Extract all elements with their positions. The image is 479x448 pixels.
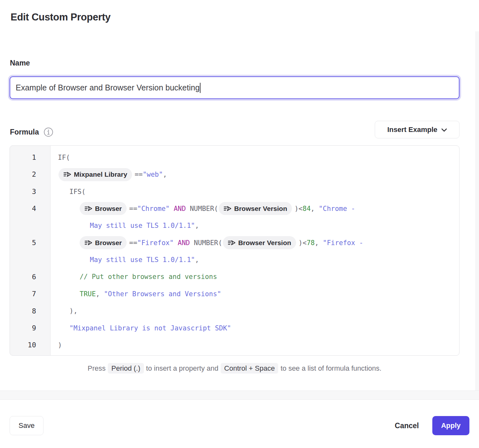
- code-token: ,: [315, 239, 323, 247]
- code-token: ),: [69, 307, 77, 315]
- event-property-icon: [84, 205, 92, 212]
- code-line: Mixpanel Library=="web",: [50, 166, 459, 183]
- code-line: // Put other browsers and versions: [50, 268, 459, 285]
- code-line: IFS(: [50, 183, 459, 200]
- property-chip-label: Browser Version: [238, 239, 291, 247]
- event-property-icon: [224, 205, 231, 212]
- scroll-gutter[interactable]: [475, 31, 479, 390]
- event-property-icon: [228, 240, 235, 246]
- hint-text: to see a list of formula functions.: [280, 364, 381, 372]
- code-token: ==: [129, 205, 137, 212]
- code-line: IF(: [50, 149, 459, 166]
- code-line: May still use TLS 1.0/1.1",: [50, 217, 459, 234]
- code-token: )<: [299, 239, 307, 247]
- line-number: 8: [10, 303, 50, 320]
- save-button[interactable]: Save: [10, 416, 43, 435]
- formula-editor-lines: 1IF(2Mixpanel Library=="web",3IFS(4Brows…: [10, 149, 459, 354]
- info-icon[interactable]: [43, 127, 53, 137]
- code-line-row: 4Browser=="Chrome" AND NUMBER(Browser Ve…: [10, 200, 459, 234]
- property-chip[interactable]: Browser Version: [219, 202, 292, 215]
- code-token: [174, 239, 178, 247]
- code-token: 78: [307, 239, 315, 247]
- footer-actions: Cancel Apply: [395, 416, 469, 435]
- code-token: ,: [311, 205, 319, 212]
- code-token: "Other Browsers and Versions": [104, 290, 221, 298]
- line-number: 5: [10, 234, 50, 251]
- code-line: Browser=="Chrome" AND NUMBER(Browser Ver…: [50, 200, 459, 217]
- event-property-icon: [63, 171, 71, 178]
- code-line: May still use TLS 1.0/1.1",: [50, 251, 459, 268]
- name-label: Name: [10, 59, 30, 67]
- editor-hint: PressPeriod (.)to insert a property andC…: [10, 364, 459, 373]
- name-input[interactable]: Example of Browser and Browser Version b…: [10, 76, 459, 99]
- formula-editor[interactable]: 1IF(2Mixpanel Library=="web",3IFS(4Brows…: [10, 145, 459, 356]
- line-number: 10: [10, 336, 50, 353]
- kbd-period: Period (.): [108, 363, 144, 374]
- code-token: ,: [195, 256, 199, 264]
- event-property-icon: [84, 240, 92, 246]
- edit-custom-property-dialog: Edit Custom Property Name Example of Bro…: [0, 0, 479, 448]
- formula-label: Formula: [10, 128, 39, 136]
- line-number: 2: [10, 166, 50, 183]
- property-chip-label: Mixpanel Library: [74, 171, 127, 178]
- code-token: "Chrome -: [319, 205, 355, 212]
- code-token: "Firefox -: [323, 239, 363, 247]
- formula-label-row: Formula: [10, 127, 53, 137]
- hint-text: Press: [88, 364, 106, 372]
- code-token: ==: [129, 239, 137, 247]
- code-line-row: 10): [10, 336, 459, 353]
- code-line-row: 9"Mixpanel Library is not Javascript SDK…: [10, 320, 459, 336]
- code-token: ,: [195, 222, 199, 229]
- cancel-button[interactable]: Cancel: [395, 421, 419, 430]
- code-token: 84: [302, 205, 310, 212]
- code-token: )<: [294, 205, 302, 212]
- property-chip[interactable]: Browser: [80, 236, 127, 249]
- kbd-control-space: Control + Space: [221, 363, 278, 374]
- property-chip-label: Browser: [95, 205, 122, 212]
- line-number: 3: [10, 183, 50, 200]
- code-line: ),: [50, 303, 459, 320]
- property-chip[interactable]: Browser: [80, 202, 127, 215]
- code-line-row: 5Browser=="Firefox" AND NUMBER(Browser V…: [10, 234, 459, 268]
- text-caret: [200, 83, 200, 93]
- property-chip[interactable]: Mixpanel Library: [59, 168, 132, 181]
- code-line-row: 3IFS(: [10, 183, 459, 200]
- footer-divider-band: [0, 390, 479, 400]
- code-token: "Mixpanel Library is not Javascript SDK": [69, 324, 231, 332]
- dialog-title: Edit Custom Property: [11, 12, 111, 23]
- code-token: ,: [163, 171, 167, 178]
- code-token: May still use TLS 1.0/1.1": [90, 256, 195, 264]
- code-line-row: 7TRUE, "Other Browsers and Versions": [10, 285, 459, 302]
- code-token: TRUE: [80, 290, 96, 298]
- code-line: "Mixpanel Library is not Javascript SDK": [50, 320, 459, 336]
- code-token: "Chrome": [137, 205, 169, 212]
- name-input-wrap: Example of Browser and Browser Version b…: [10, 76, 459, 99]
- code-line-row: 1IF(: [10, 149, 459, 166]
- property-chip-label: Browser Version: [234, 205, 287, 212]
- code-token: AND: [178, 239, 190, 247]
- insert-example-label: Insert Example: [387, 126, 437, 134]
- code-line: ): [50, 336, 459, 353]
- line-number: 7: [10, 285, 50, 302]
- code-token: NUMBER(: [190, 239, 222, 247]
- apply-button[interactable]: Apply: [432, 416, 469, 435]
- code-token: NUMBER(: [186, 205, 218, 212]
- code-token: ): [58, 341, 62, 349]
- code-token: IF(: [58, 154, 70, 161]
- line-number: 4: [10, 200, 50, 217]
- code-token: "Firefox": [137, 239, 174, 247]
- line-number: 6: [10, 268, 50, 285]
- insert-example-button[interactable]: Insert Example: [375, 121, 459, 138]
- code-token: ,: [96, 290, 104, 298]
- code-token: [169, 205, 174, 212]
- code-token: "web": [143, 171, 163, 178]
- line-number: 1: [10, 149, 50, 166]
- code-token: // Put other browsers and versions: [80, 273, 217, 281]
- code-line: Browser=="Firefox" AND NUMBER(Browser Ve…: [50, 234, 459, 251]
- property-chip[interactable]: Browser Version: [223, 236, 296, 249]
- code-token: ==: [135, 171, 143, 178]
- code-line-row: 6// Put other browsers and versions: [10, 268, 459, 285]
- hint-text: to insert a property and: [146, 364, 218, 372]
- line-number: 9: [10, 320, 50, 336]
- code-line-row: 8),: [10, 303, 459, 320]
